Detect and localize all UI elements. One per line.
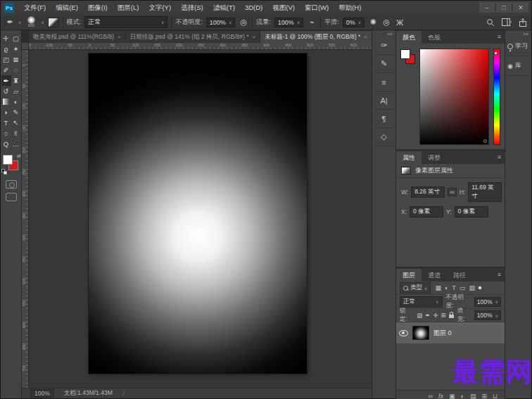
tool-preset-chevron-icon[interactable]: ∨: [18, 20, 21, 25]
search-icon[interactable]: [486, 18, 495, 27]
menu-item[interactable]: 编辑(E): [51, 1, 82, 15]
marquee-tool[interactable]: ▢: [11, 33, 21, 44]
tab-swatches[interactable]: 色板: [422, 31, 447, 44]
dodge-tool[interactable]: ◐: [11, 96, 21, 107]
screen-mode-button[interactable]: [6, 193, 17, 201]
expand-panels-icon[interactable]: ««: [387, 32, 393, 37]
height-field[interactable]: 11.69 英寸: [468, 182, 502, 202]
eyedropper-tool[interactable]: ✐: [1, 65, 11, 75]
move-tool[interactable]: ✛: [1, 33, 11, 44]
paragraph-panel-icon[interactable]: ¶: [374, 110, 394, 128]
panel-menu-icon[interactable]: ≡: [498, 33, 501, 40]
share-icon[interactable]: [519, 18, 527, 27]
minimize-button[interactable]: –: [479, 2, 495, 13]
layer-visibility-eye-icon[interactable]: [399, 330, 408, 336]
pressure-size-icon[interactable]: ◎: [381, 18, 391, 27]
character-panel-icon[interactable]: A|: [374, 91, 394, 110]
delete-layer-icon[interactable]: ⊔: [493, 393, 498, 399]
foreground-color-swatch[interactable]: [3, 155, 13, 165]
menu-item[interactable]: 3D(D): [241, 1, 267, 15]
filter-type-layers-icon[interactable]: T: [452, 284, 456, 291]
blur-tool[interactable]: ◗: [1, 107, 11, 118]
panel-menu-icon[interactable]: ≡: [498, 271, 501, 278]
constrain-link-icon[interactable]: ∞: [448, 188, 456, 196]
brush-tool[interactable]: ✒: [1, 75, 11, 86]
layer-fill-select[interactable]: 100% ∨: [474, 310, 501, 320]
menu-item[interactable]: 视图(V): [268, 1, 299, 15]
x-field[interactable]: 0 像素: [410, 206, 443, 217]
vertical-ruler[interactable]: 0501001502002503003504004505005506006507…: [22, 50, 29, 388]
menu-item[interactable]: 滤镜(T): [209, 1, 239, 15]
maximize-button[interactable]: □: [496, 2, 512, 13]
magic-wand-tool[interactable]: ✶: [11, 44, 21, 54]
filter-shape-layers-icon[interactable]: ▭: [460, 284, 466, 291]
history-brush-tool[interactable]: ↺: [1, 86, 11, 96]
layer-row[interactable]: 图层 0: [396, 322, 505, 343]
healing-brush-tool[interactable]: ◌: [11, 65, 21, 75]
flow-select[interactable]: 100% ∨: [274, 18, 303, 27]
tab-color[interactable]: 颜色: [396, 31, 422, 44]
brush-settings-icon[interactable]: ✑: [374, 37, 394, 55]
menu-item[interactable]: 图像(I): [84, 1, 112, 15]
edit-toolbar[interactable]: …: [11, 139, 21, 149]
tab-adjustments[interactable]: 调整: [422, 151, 447, 164]
menu-item[interactable]: 文件(F): [20, 1, 50, 15]
3d-panel-icon[interactable]: ◇: [374, 128, 394, 146]
document-canvas[interactable]: [89, 53, 307, 374]
lasso-tool[interactable]: ϱ: [1, 44, 11, 54]
tab-close-icon[interactable]: ×: [118, 34, 121, 40]
paint-symmetry-icon[interactable]: Ж: [395, 18, 405, 27]
tab-close-icon[interactable]: ×: [253, 34, 256, 40]
brush-picker-chevron-icon[interactable]: ∨: [41, 20, 44, 25]
canvas-area[interactable]: -150-100-5005010015020025030035040045050…: [22, 43, 372, 388]
filter-pin-icon[interactable]: [478, 286, 482, 290]
menu-item[interactable]: 选择(S): [177, 1, 208, 15]
document-tab[interactable]: 未标题-1 @ 100% (图层 0, RGB/8) *×: [260, 31, 372, 43]
shape-tool[interactable]: ○: [1, 128, 11, 139]
expand-panels-icon[interactable]: ««: [523, 32, 528, 37]
lock-pixels-icon[interactable]: ✒: [425, 312, 430, 319]
lock-all-icon[interactable]: [449, 315, 454, 318]
adjustment-layer-icon[interactable]: ◐: [460, 393, 464, 399]
libraries-panel-button[interactable]: ◉ 库: [505, 56, 531, 76]
smoothing-options-gear-icon[interactable]: ✺: [368, 18, 378, 27]
layer-filter-type-select[interactable]: 类型 ∨: [400, 282, 431, 293]
menu-item[interactable]: 窗口(W): [300, 1, 333, 15]
saturation-brightness-picker[interactable]: [419, 49, 489, 145]
swap-colors-icon[interactable]: ⇄: [17, 153, 21, 159]
filter-smart-objects-icon[interactable]: ▧: [469, 284, 475, 291]
clone-stamp-tool[interactable]: ♜: [11, 75, 21, 86]
panel-menu-icon[interactable]: ≡: [498, 153, 501, 160]
brush-preset-picker[interactable]: 600: [25, 16, 37, 29]
tab-paths[interactable]: 路径: [447, 269, 472, 281]
airbrush-icon[interactable]: ⌁: [307, 18, 317, 27]
add-layer-mask-icon[interactable]: ▣: [449, 393, 455, 399]
lock-artboard-icon[interactable]: ⊞: [441, 312, 446, 319]
tab-close-icon[interactable]: ×: [364, 34, 367, 40]
panel-foreground-swatch[interactable]: [400, 49, 410, 59]
width-field[interactable]: 8.26 英寸: [411, 186, 445, 198]
learn-panel-button[interactable]: 学习: [505, 37, 531, 56]
tab-channels[interactable]: 通道: [422, 269, 447, 281]
layer-blend-mode-select[interactable]: 正常 ∨: [400, 296, 443, 308]
eraser-tool[interactable]: ▱: [11, 86, 21, 96]
pressure-opacity-icon[interactable]: ◎: [239, 18, 248, 27]
tab-layers[interactable]: 图层: [396, 269, 422, 281]
document-tab[interactable]: 日期排版.psd @ 141% (组 2 拷贝, RGB/8#) *×: [126, 31, 260, 43]
quick-mask-mode-button[interactable]: [6, 180, 17, 189]
filter-pixel-layers-icon[interactable]: ▦: [435, 284, 441, 291]
link-layers-icon[interactable]: ∞: [429, 393, 433, 399]
path-select-tool[interactable]: ↖: [11, 118, 21, 128]
current-tool-icon[interactable]: ✒: [5, 18, 15, 27]
y-field[interactable]: 0 像素: [455, 206, 488, 217]
workspace-switcher-icon[interactable]: [502, 18, 512, 27]
type-tool[interactable]: T: [1, 118, 11, 128]
new-layer-icon[interactable]: ⊞: [481, 393, 487, 399]
menu-item[interactable]: 图层(L): [113, 1, 144, 15]
default-colors-icon[interactable]: [1, 169, 7, 175]
menu-item[interactable]: 文字(Y): [144, 1, 175, 15]
adjust-sliders-icon[interactable]: ≡: [374, 73, 394, 91]
smoothing-select[interactable]: 0% ∨: [343, 18, 365, 27]
tab-properties[interactable]: 属性: [396, 151, 422, 164]
horizontal-ruler[interactable]: -150-100-5005010015020025030035040045050…: [22, 43, 372, 50]
